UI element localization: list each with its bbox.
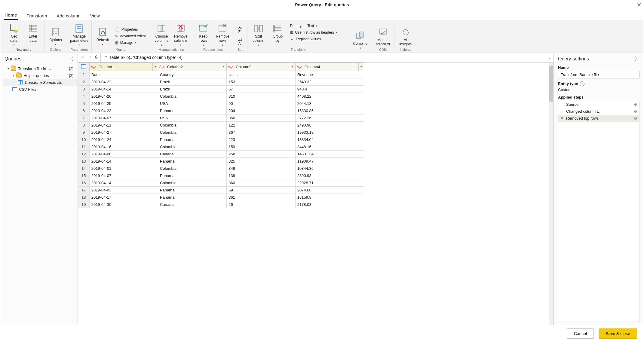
table-row[interactable]: 182019-04-17Panama36116159.8 [78,194,364,201]
cell[interactable]: Units [227,71,295,78]
cell[interactable]: Revenue [295,71,364,78]
cell[interactable]: Panama [158,186,227,194]
cell[interactable]: 10844.36 [295,165,364,172]
query-item[interactable]: ▾Transform file fro…[2] [3,65,78,72]
cell[interactable]: 2019-04-14 [89,179,158,186]
cell[interactable]: Colombia [158,121,227,129]
options-button[interactable]: Options▾ [48,27,64,47]
row-number[interactable]: 19 [78,201,90,208]
filter-dropdown-icon[interactable]: ▾ [358,63,364,71]
cell[interactable]: 19933.19 [295,129,364,136]
column-header[interactable]: ABCColumn3▾ [227,63,295,71]
remove-columns-button[interactable]: Remove columns▾ [173,23,189,47]
manage-parameters-button[interactable]: Manage parameters▾ [70,23,88,47]
cell[interactable]: 356 [227,114,295,121]
enter-data-button[interactable]: Enter data [25,23,41,43]
cell[interactable]: Brazil [158,78,227,85]
cell[interactable]: Canada [158,201,227,208]
cell[interactable]: 69 [227,186,295,194]
expand-icon[interactable]: ▾ [8,67,9,70]
row-number[interactable]: 12 [78,150,90,157]
cell[interactable]: 153 [227,78,295,85]
row-number[interactable]: 17 [78,186,90,194]
table-row[interactable]: 192019-04-30Canada262178.03 [78,201,364,208]
choose-columns-button[interactable]: Choose columns▾ [153,23,170,47]
cell[interactable]: 16330.85 [295,107,364,114]
cell[interactable]: 360 [227,179,295,186]
type-icon[interactable]: ABC [158,64,167,69]
commit-formula-icon[interactable]: ✓ [88,55,92,60]
cell[interactable]: Panama [158,194,227,201]
cell[interactable]: Colombia [158,129,227,136]
cell[interactable]: 2649.32 [295,78,364,85]
cell[interactable]: 2019-04-01 [89,165,158,172]
ai-insights-button[interactable]: AI insights [397,27,414,47]
advanced-editor-button[interactable]: ✎Advanced editor [114,33,147,39]
manage-button[interactable]: ▦Manage ▾ [114,40,147,45]
table-row[interactable]: 42019-04-26Colombia3104408.22 [78,93,364,100]
map-to-standard-button[interactable]: Map to standard [375,27,391,47]
save-close-button[interactable]: Save & close [599,328,637,339]
cell[interactable]: 2019-04-16 [89,143,158,150]
cell[interactable]: 258 [227,150,295,157]
cell[interactable]: 2019-04-07 [89,172,158,179]
data-grid[interactable]: ABCColumn1▾ABCColumn2▾ABCColumn3▾ABCColu… [78,63,554,325]
collapse-settings-icon[interactable]: 〉 [635,56,639,62]
row-number[interactable]: 8 [78,121,90,129]
table-row[interactable]: 132019-04-14Panama32511939.47 [78,157,364,165]
scrollbar-thumb[interactable] [549,66,553,102]
fx-icon[interactable]: fx [95,55,97,60]
row-number[interactable]: 14 [78,165,90,172]
gear-icon[interactable]: ⚙ [634,109,637,114]
delete-step-icon[interactable]: ✕ [560,116,564,120]
cell[interactable]: 2019-04-07 [89,114,158,121]
vertical-scrollbar[interactable] [549,63,554,325]
cell[interactable]: 122 [227,121,295,129]
row-number[interactable]: 15 [78,172,90,179]
row-number[interactable]: 9 [78,129,90,136]
split-column-button[interactable]: Split column▾ [250,23,267,47]
filter-dropdown-icon[interactable]: ▾ [290,63,295,71]
column-header[interactable]: ABCColumn4▾ [295,63,364,71]
cell[interactable]: 2178.03 [295,201,364,208]
tab-home[interactable]: Home [4,11,18,20]
cell[interactable]: USA [158,114,227,121]
cell[interactable]: 204 [227,107,295,114]
gear-icon[interactable]: ⚙ [634,102,637,107]
applied-step[interactable]: Changed column t…⚙ [558,108,639,115]
cell[interactable]: 2490.96 [295,121,364,129]
table-row[interactable]: 162019-04-14Colombia36022928.71 [78,179,364,186]
table-row[interactable]: 82019-04-11Colombia1222490.96 [78,121,364,129]
keep-rows-button[interactable]: Keep rows▾ [195,23,211,47]
table-row[interactable]: 32019-04-14Brazil57940.4 [78,85,364,93]
table-row[interactable]: 52019-04-25USA902044.18 [78,100,364,107]
cell[interactable]: 3448.16 [295,143,364,150]
table-row[interactable]: 22019-04-22Brazil1532649.32 [78,78,364,85]
table-row[interactable]: 112019-04-16Colombia1593448.16 [78,143,364,150]
collapse-queries-icon[interactable]: 〈 [69,56,73,62]
tab-transform[interactable]: Transform [26,11,48,20]
table-row[interactable]: 1DateCountryUnitsRevenue [78,71,364,78]
table-row[interactable]: 172019-04-03Panama692074.68 [78,186,364,194]
table-row[interactable]: 72019-04-07USA3563772.26 [78,114,364,121]
filter-dropdown-icon[interactable]: ▾ [221,63,226,71]
close-icon[interactable]: ✕ [637,2,641,8]
cell[interactable]: 940.4 [295,85,364,93]
query-item[interactable]: Transform Sample file [3,79,78,86]
cell[interactable]: 2019-04-25 [89,100,158,107]
cell[interactable]: 361 [227,194,295,201]
cell[interactable]: 26 [227,201,295,208]
cell[interactable]: 2019-04-14 [89,85,158,93]
remove-rows-button[interactable]: Remove rows▾ [214,23,231,47]
table-row[interactable]: 152019-04-07Panama1392890.93 [78,172,364,179]
row-number[interactable]: 5 [78,100,90,107]
cell[interactable]: 3772.26 [295,114,364,121]
cell[interactable]: 2074.68 [295,186,364,194]
query-item[interactable]: CSV Files [3,86,78,93]
column-header[interactable]: ABCColumn1▾ [89,63,158,71]
cell[interactable]: 2019-04-27 [89,129,158,136]
cell[interactable]: Panama [158,107,227,114]
cell[interactable]: 14601.34 [295,150,364,157]
refresh-button[interactable]: Refresh▾ [95,27,111,47]
first-row-headers-button[interactable]: ▦ Use first row as headers ▾ [289,30,346,35]
